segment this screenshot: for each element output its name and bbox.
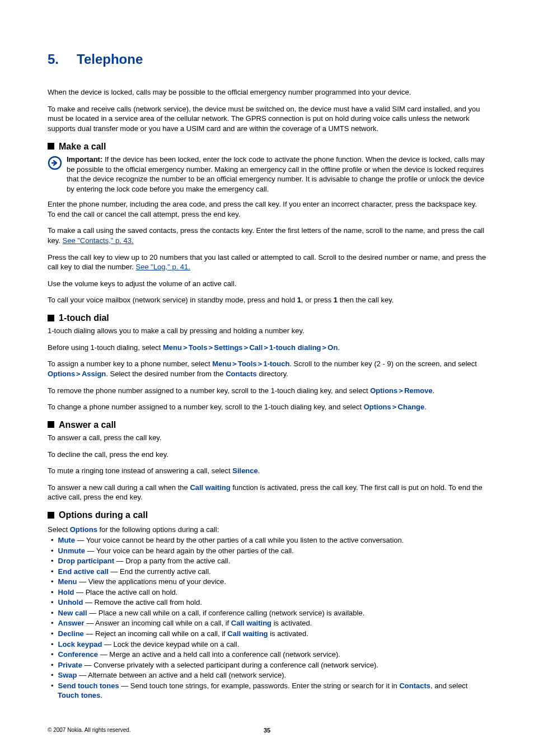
gt-icon: > (207, 343, 214, 352)
page-number: 35 (264, 726, 270, 735)
make-call-p5: To call your voice mailbox (network serv… (48, 295, 486, 305)
make-call-p1: Enter the phone number, including the ar… (48, 199, 486, 219)
list-item: Conference — Merge an active and a held … (48, 650, 486, 660)
text: To assign a number key to a phone number… (48, 360, 212, 368)
heading-options-during-a-call: Options during a call (48, 509, 486, 521)
term-silence: Silence (232, 466, 258, 475)
option-term: Private (58, 661, 82, 669)
onetouch-p1: 1-touch dialing allows you to make a cal… (48, 326, 486, 336)
term-on: On (327, 343, 338, 352)
heading-1-touch-dial: 1-touch dial (48, 312, 486, 324)
gt-icon: > (182, 343, 189, 352)
option-term: New call (58, 609, 87, 617)
list-item: End active call — End the currently acti… (48, 567, 486, 577)
copyright: © 2007 Nokia. All rights reserved. (48, 727, 131, 733)
square-bullet-icon (48, 143, 54, 150)
important-label: Important: (67, 155, 102, 164)
term-options: Options (48, 370, 75, 378)
term-options: Options (364, 403, 391, 411)
onetouch-p2: Before using 1-touch dialing, select Men… (48, 343, 486, 353)
link-contacts[interactable]: See "Contacts," p. 43. (63, 236, 134, 245)
text: Select (48, 525, 70, 534)
heading-make-a-call: Make a call (48, 141, 486, 153)
digit-1b: 1 (334, 296, 338, 304)
intro-p2: To make and receive calls (network servi… (48, 104, 486, 134)
text: , or press (301, 296, 334, 304)
option-term: Hold (58, 588, 74, 596)
text: Before using 1-touch dialing, select (48, 343, 163, 352)
inline-term: Call waiting (227, 629, 268, 638)
heading-text: 1-touch dial (59, 312, 109, 324)
term-contacts: Contacts (226, 370, 257, 378)
text: directory. (257, 370, 288, 378)
text: To mute a ringing tone instead of answer… (48, 466, 232, 475)
gt-icon: > (257, 360, 264, 368)
digit-1a: 1 (297, 296, 301, 304)
list-item: Drop participant — Drop a party from the… (48, 556, 486, 566)
option-term: Decline (58, 629, 84, 638)
arrow-circle-icon (48, 156, 67, 173)
list-item: Answer — Answer an incoming call while o… (48, 618, 486, 628)
list-item: Decline — Reject an incoming call while … (48, 629, 486, 639)
term-tools: Tools (189, 343, 208, 352)
term-options: Options (70, 525, 97, 534)
onetouch-p4: To remove the phone number assigned to a… (48, 386, 486, 396)
list-item: Lock keypad — Lock the device keypad whi… (48, 640, 486, 650)
option-term: Menu (58, 577, 77, 586)
text: To call your voice mailbox (network serv… (48, 296, 297, 304)
option-term: Drop participant (58, 557, 114, 565)
onetouch-p5: To change a phone number assigned to a n… (48, 402, 486, 412)
intro-p1: When the device is locked, calls may be … (48, 87, 486, 97)
gt-icon: > (243, 343, 250, 352)
option-term: Answer (58, 619, 85, 627)
square-bullet-icon (48, 512, 54, 519)
text: Press the call key to view up to 20 numb… (48, 253, 486, 272)
list-item: Private — Converse privately with a sele… (48, 660, 486, 670)
list-item: Mute — Your voice cannot be heard by the… (48, 535, 486, 545)
inline-term: Contacts (399, 682, 430, 690)
page: 5.Telephone When the device is locked, c… (0, 0, 534, 756)
option-term: Unmute (58, 547, 85, 555)
term-call: Call (249, 343, 263, 352)
square-bullet-icon (48, 421, 54, 428)
make-call-p2: To make a call using the saved contacts,… (48, 226, 486, 245)
text: To change a phone number assigned to a n… (48, 403, 364, 411)
important-text: Important: If the device has been locked… (67, 155, 486, 194)
term-1touchdialing: 1-touch dialing (269, 343, 321, 352)
gt-icon: > (391, 403, 398, 411)
text: . Select the desired number from the (106, 370, 226, 378)
list-item: Unhold — Remove the active call from hol… (48, 598, 486, 608)
term-1touch: 1-touch (263, 360, 289, 368)
text: for the following options during a call: (97, 525, 219, 534)
answer-p4: To answer a new call during a call when … (48, 483, 486, 502)
term-assign: Assign (82, 370, 106, 378)
list-item: New call — Place a new call while on a c… (48, 608, 486, 618)
term-tools: Tools (238, 360, 257, 368)
square-bullet-icon (48, 315, 54, 321)
chapter-title: 5.Telephone (48, 50, 486, 68)
important-note: Important: If the device has been locked… (48, 155, 486, 194)
text: To answer a new call during a call when … (48, 483, 190, 492)
make-call-p4: Use the volume keys to adjust the volume… (48, 279, 486, 289)
footer: © 2007 Nokia. All rights reserved. 35 (48, 726, 486, 734)
onetouch-p3: To assign a number key to a phone number… (48, 359, 486, 379)
chapter-name: Telephone (77, 52, 143, 67)
options-list: Mute — Your voice cannot be heard by the… (48, 535, 486, 701)
list-item: Menu — View the applications menu of you… (48, 577, 486, 587)
gt-icon: > (75, 370, 82, 378)
option-term: Lock keypad (58, 640, 102, 648)
text: . Scroll to the number key (2 - 9) on th… (289, 360, 477, 368)
answer-p2: To decline the call, press the end key. (48, 450, 486, 460)
term-remove: Remove (404, 386, 433, 395)
list-item: Hold — Place the active call on hold. (48, 587, 486, 598)
heading-text: Answer a call (59, 419, 116, 431)
term-menu: Menu (212, 360, 231, 368)
answer-p1: To answer a call, press the call key. (48, 433, 486, 443)
link-log[interactable]: See "Log," p. 41. (136, 263, 190, 271)
term-menu: Menu (163, 343, 182, 352)
gt-icon: > (231, 360, 238, 368)
make-call-p3: Press the call key to view up to 20 numb… (48, 253, 486, 272)
term-change: Change (398, 403, 425, 411)
term-settings: Settings (214, 343, 242, 352)
heading-text: Options during a call (59, 509, 148, 521)
